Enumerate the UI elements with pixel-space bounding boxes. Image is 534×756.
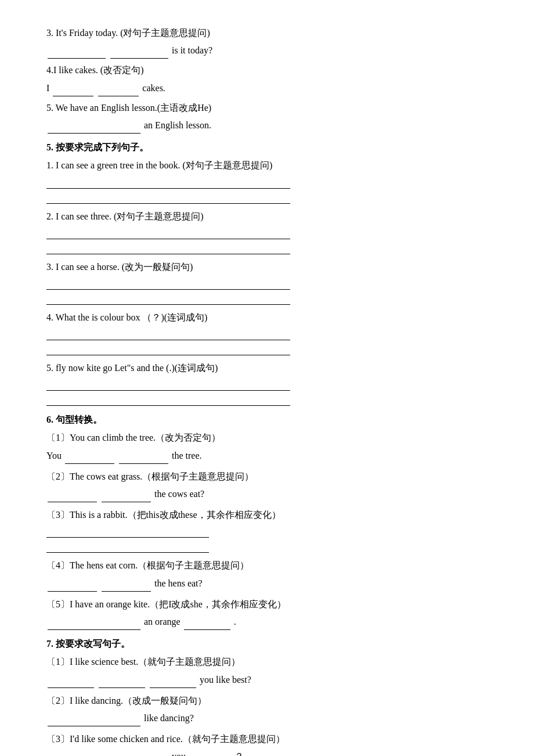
blank-s7-2a: [48, 710, 140, 726]
blank-s6-5b: [184, 614, 230, 630]
s7-item-3: 〔3〕I'd like some chicken and rice.（就句子主题…: [46, 731, 488, 756]
section-6-title: 6. 句型转换。: [46, 412, 488, 427]
s6-item-1-text: 〔1〕You can climb the tree.（改为否定句）: [46, 430, 488, 445]
blank-s6-4a: [48, 575, 97, 592]
item-5: 5. We have an English lesson.(主语改成He) an…: [46, 100, 488, 134]
s7-item-1-text: 〔1〕I like science best.（就句子主题意思提问）: [46, 654, 488, 669]
section-6: 6. 句型转换。 〔1〕You can climb the tree.（改为否定…: [46, 412, 488, 630]
s5-item-2-line2: [46, 242, 290, 254]
blank-s6-1b: [119, 448, 168, 464]
s7-item-3-text: 〔3〕I'd like some chicken and rice.（就句子主题…: [46, 731, 488, 747]
s6-item-4-text: 〔4〕The hens eat corn.（根据句子主题意思提问）: [46, 557, 488, 573]
s5-item-3-line2: [46, 292, 290, 305]
s5-item-2: 2. I can see three. (对句子主题意思提问): [46, 208, 488, 254]
s5-item-4-text: 4. What the is colour box （？)(连词成句): [46, 309, 488, 325]
document-body: 3. It's Friday today. (对句子主题意思提问) is it …: [46, 25, 488, 756]
item-4-text: 4.I like cakes. (改否定句): [46, 62, 488, 78]
item-5-answer: an English lesson.: [46, 117, 488, 134]
s6-item-2-answer: the cows eat?: [46, 486, 488, 502]
s6-item-2: 〔2〕The cows eat grass.（根据句子主题意思提问） the c…: [46, 469, 488, 502]
blank-s7-3b: [110, 748, 168, 756]
s7-item-2: 〔2〕I like dancing.（改成一般疑问句） like dancing…: [46, 693, 488, 726]
s6-item-2-text: 〔2〕The cows eat grass.（根据句子主题意思提问）: [46, 469, 488, 484]
blank-s7-3a: [48, 748, 106, 756]
blank-5: [48, 117, 140, 134]
s5-item-1-text: 1. I can see a green tree in the book. (…: [46, 157, 488, 173]
s5-item-4: 4. What the is colour box （？)(连词成句): [46, 309, 488, 355]
s7-item-2-text: 〔2〕I like dancing.（改成一般疑问句）: [46, 693, 488, 708]
item-4: 4.I like cakes. (改否定句) I cakes.: [46, 62, 488, 96]
blank-s6-1a: [65, 448, 114, 464]
s6-item-5-text: 〔5〕I have an orange kite.（把I改成she，其余作相应变…: [46, 596, 488, 612]
s6-item-1: 〔1〕You can climb the tree.（改为否定句） You th…: [46, 430, 488, 463]
item-5-text: 5. We have an English lesson.(主语改成He): [46, 100, 488, 116]
s5-item-3: 3. I can see a horse. (改为一般疑问句): [46, 259, 488, 305]
s5-item-1-line2: [46, 191, 290, 204]
blank-3: [53, 80, 93, 96]
blank-s7-1a: [48, 672, 94, 688]
s5-item-3-text: 3. I can see a horse. (改为一般疑问句): [46, 259, 488, 275]
s6-item-3-line1: [46, 525, 209, 538]
section-5-title: 5. 按要求完成下列句子。: [46, 139, 488, 155]
s6-item-5: 〔5〕I have an orange kite.（把I改成she，其余作相应变…: [46, 596, 488, 630]
s6-item-1-answer: You the tree.: [46, 448, 488, 464]
item-4-answer: I cakes.: [46, 80, 488, 96]
s6-item-4: 〔4〕The hens eat corn.（根据句子主题意思提问） the he…: [46, 557, 488, 591]
blank-s6-5a: [48, 614, 140, 630]
s5-item-2-text: 2. I can see three. (对句子主题意思提问): [46, 208, 488, 224]
s7-item-3-answer: you ？: [46, 748, 488, 756]
s5-item-1: 1. I can see a green tree in the book. (…: [46, 157, 488, 203]
s5-item-4-line1: [46, 327, 290, 340]
s6-item-5-answer: an orange .: [46, 614, 488, 630]
s5-item-1-line1: [46, 176, 290, 189]
blank-s7-1c: [150, 672, 196, 688]
blank-s6-2b: [102, 486, 151, 502]
s6-item-3-line2: [46, 540, 209, 553]
item-3-text: 3. It's Friday today. (对句子主题意思提问): [46, 25, 488, 41]
s5-item-4-line2: [46, 343, 290, 355]
s5-item-2-line1: [46, 226, 290, 239]
section-7-title: 7. 按要求改写句子。: [46, 636, 488, 651]
item-3-suffix: is it today?: [172, 45, 212, 55]
s5-item-3-line1: [46, 277, 290, 290]
item-3: 3. It's Friday today. (对句子主题意思提问) is it …: [46, 25, 488, 59]
item-3-answer: is it today?: [46, 42, 488, 59]
blank-s7-3c: [187, 748, 233, 756]
s6-item-3-text: 〔3〕This is a rabbit.（把this改成these，其余作相应变…: [46, 507, 488, 523]
s6-item-4-answer: the hens eat?: [46, 575, 488, 592]
s5-item-5: 5. fly now kite go Let"s and the (.)(连词成…: [46, 360, 488, 406]
blank-s7-1b: [99, 672, 145, 688]
section-7: 7. 按要求改写句子。 〔1〕I like science best.（就句子主…: [46, 636, 488, 756]
blank-1: [48, 42, 106, 59]
s5-item-5-text: 5. fly now kite go Let"s and the (.)(连词成…: [46, 360, 488, 376]
blank-s6-4b: [102, 575, 151, 592]
s6-item-3: 〔3〕This is a rabbit.（把this改成these，其余作相应变…: [46, 507, 488, 553]
blank-2: [110, 42, 168, 59]
s7-item-1-answer: you like best?: [46, 672, 488, 688]
s5-item-5-line1: [46, 378, 290, 391]
blank-s6-2a: [48, 486, 97, 502]
section-5: 5. 按要求完成下列句子。 1. I can see a green tree …: [46, 139, 488, 406]
s5-item-5-line2: [46, 393, 290, 406]
s7-item-2-answer: like dancing?: [46, 710, 488, 726]
s7-item-1: 〔1〕I like science best.（就句子主题意思提问） you l…: [46, 654, 488, 687]
blank-4: [98, 80, 139, 96]
